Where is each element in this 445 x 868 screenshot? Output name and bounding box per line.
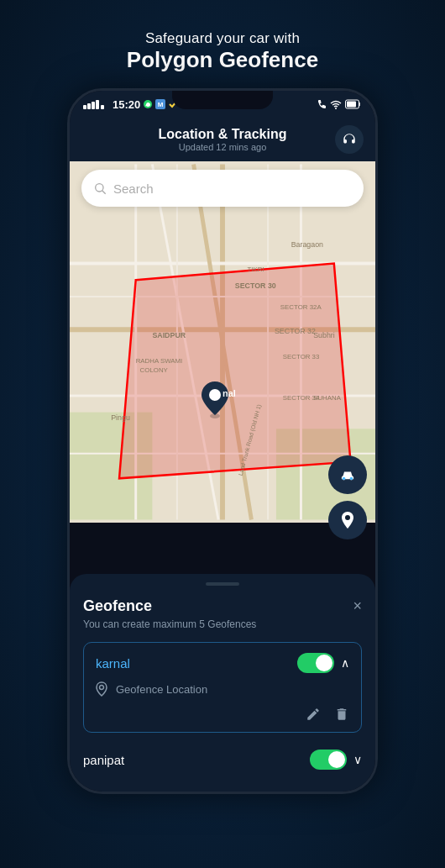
geofence-item-header: karnal ∧	[96, 653, 349, 673]
svg-text:TIKRI: TIKRI	[248, 266, 264, 274]
edit-icon[interactable]	[306, 707, 321, 722]
geofence-item-panipat[interactable]: panipat ∨	[83, 741, 362, 778]
search-bar[interactable]: Search	[81, 170, 364, 207]
car-location-button[interactable]	[328, 455, 367, 494]
svg-text:SECTOR 33: SECTOR 33	[283, 353, 320, 360]
svg-point-42	[96, 184, 103, 192]
app-title: Location & Tracking	[159, 127, 287, 142]
svg-point-46	[345, 515, 350, 520]
svg-text:SECTOR 32A: SECTOR 32A	[280, 303, 322, 311]
svg-point-8	[335, 108, 337, 109]
pin-icon	[199, 380, 231, 418]
svg-text:SECTOR 30: SECTOR 30	[235, 281, 276, 290]
geofence-controls-karnal: ∧	[297, 653, 349, 673]
app-subtitle: Updated 12 mins ago	[159, 142, 287, 152]
svg-text:Baragaon: Baragaon	[291, 240, 323, 249]
whatsapp-icon	[143, 99, 153, 109]
svg-text:COLONY: COLONY	[140, 367, 169, 375]
geofence-panel: Geofence × You can create maximum 5 Geof…	[70, 574, 375, 792]
map-location-pin: nal	[199, 380, 231, 422]
phone-notch	[172, 91, 273, 109]
svg-rect-0	[83, 105, 86, 109]
status-time: 15:20	[113, 98, 140, 111]
status-left: 15:20 M	[83, 98, 178, 111]
panel-handle	[206, 582, 239, 586]
svg-text:Subhri: Subhri	[313, 331, 335, 339]
car-icon	[338, 468, 357, 481]
geofence-toggle-panipat[interactable]	[310, 750, 347, 770]
svg-point-47	[100, 686, 104, 690]
panel-close-button[interactable]: ×	[353, 597, 362, 615]
svg-text:M: M	[158, 101, 164, 108]
pin-label: nal	[222, 388, 236, 398]
geofence-chevron-down-panipat[interactable]: ∨	[353, 753, 362, 766]
svg-point-45	[350, 477, 353, 481]
svg-text:SUHANA: SUHANA	[313, 394, 342, 402]
svg-rect-3	[96, 100, 99, 109]
wifi-icon	[330, 99, 342, 109]
geofence-name-panipat: panipat	[83, 753, 124, 767]
svg-point-41	[209, 389, 221, 401]
geofence-chevron-up-karnal[interactable]: ∧	[341, 656, 349, 670]
svg-line-43	[102, 191, 106, 194]
panel-title: Geofence	[83, 597, 152, 615]
svg-rect-4	[101, 105, 104, 109]
headphone-icon	[342, 132, 357, 147]
panel-header: Geofence ×	[83, 597, 362, 615]
maps-icon: M	[155, 99, 165, 109]
svg-text:SAIDPUR: SAIDPUR	[152, 331, 186, 339]
page-container: Safeguard your car with Polygon Geofence…	[67, 0, 378, 794]
geofence-location-row: Geofence Location	[96, 681, 349, 697]
headphone-button[interactable]	[335, 125, 364, 154]
geofence-item-karnal[interactable]: karnal ∧ Geofence Location	[83, 642, 362, 733]
status-right	[317, 99, 362, 109]
svg-text:RADHA SWAMI: RADHA SWAMI	[136, 357, 183, 365]
header-title: Polygon Geofence	[67, 47, 378, 73]
geofence-location-text: Geofence Location	[116, 683, 207, 696]
phone-frame: 15:20 M	[67, 88, 378, 794]
pin-location-button[interactable]	[328, 501, 367, 539]
phone-status-icon	[317, 99, 327, 109]
svg-rect-10	[347, 102, 356, 108]
page-header: Safeguard your car with Polygon Geofence	[67, 30, 378, 73]
location-pin-icon	[340, 511, 355, 529]
signal-icon	[83, 99, 107, 109]
svg-text:Pingu: Pingu	[111, 414, 130, 423]
svg-point-44	[343, 477, 346, 481]
app-header-title: Location & Tracking Updated 12 mins ago	[159, 127, 287, 152]
header-subtitle: Safeguard your car with	[67, 30, 378, 47]
delete-icon[interactable]	[334, 707, 349, 722]
geofence-name-karnal: karnal	[96, 656, 130, 671]
geofence-controls-panipat: ∨	[310, 750, 362, 770]
battery-icon	[345, 99, 362, 109]
svg-text:SECTOR 32: SECTOR 32	[275, 327, 316, 335]
svg-rect-1	[87, 103, 91, 109]
app-header: Location & Tracking Updated 12 mins ago	[70, 118, 375, 161]
svg-rect-2	[92, 102, 95, 109]
geofence-toggle-karnal[interactable]	[297, 653, 334, 673]
location-icon	[96, 681, 107, 697]
panel-subtitle: You can create maximum 5 Geofences	[83, 618, 362, 630]
search-icon	[93, 181, 107, 195]
search-placeholder: Search	[113, 181, 154, 196]
geofence-actions	[96, 707, 349, 722]
